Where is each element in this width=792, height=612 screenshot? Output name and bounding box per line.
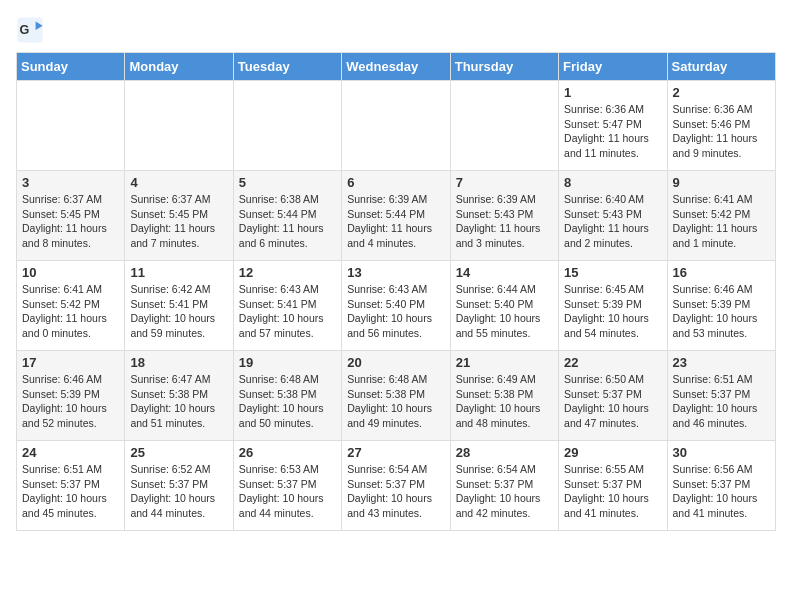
day-info: Sunrise: 6:39 AM Sunset: 5:43 PM Dayligh… [456, 192, 553, 251]
calendar-cell: 13Sunrise: 6:43 AM Sunset: 5:40 PM Dayli… [342, 261, 450, 351]
logo: G [16, 16, 48, 44]
calendar-cell: 8Sunrise: 6:40 AM Sunset: 5:43 PM Daylig… [559, 171, 667, 261]
calendar-cell: 19Sunrise: 6:48 AM Sunset: 5:38 PM Dayli… [233, 351, 341, 441]
day-info: Sunrise: 6:47 AM Sunset: 5:38 PM Dayligh… [130, 372, 227, 431]
day-number: 14 [456, 265, 553, 280]
day-number: 26 [239, 445, 336, 460]
calendar-cell: 6Sunrise: 6:39 AM Sunset: 5:44 PM Daylig… [342, 171, 450, 261]
calendar-cell: 26Sunrise: 6:53 AM Sunset: 5:37 PM Dayli… [233, 441, 341, 531]
day-info: Sunrise: 6:51 AM Sunset: 5:37 PM Dayligh… [22, 462, 119, 521]
calendar-cell: 11Sunrise: 6:42 AM Sunset: 5:41 PM Dayli… [125, 261, 233, 351]
day-info: Sunrise: 6:36 AM Sunset: 5:47 PM Dayligh… [564, 102, 661, 161]
calendar-cell [233, 81, 341, 171]
day-number: 25 [130, 445, 227, 460]
calendar-cell: 17Sunrise: 6:46 AM Sunset: 5:39 PM Dayli… [17, 351, 125, 441]
day-number: 29 [564, 445, 661, 460]
day-number: 17 [22, 355, 119, 370]
day-info: Sunrise: 6:48 AM Sunset: 5:38 PM Dayligh… [239, 372, 336, 431]
calendar-cell: 23Sunrise: 6:51 AM Sunset: 5:37 PM Dayli… [667, 351, 775, 441]
calendar-cell: 1Sunrise: 6:36 AM Sunset: 5:47 PM Daylig… [559, 81, 667, 171]
calendar-cell: 30Sunrise: 6:56 AM Sunset: 5:37 PM Dayli… [667, 441, 775, 531]
day-info: Sunrise: 6:44 AM Sunset: 5:40 PM Dayligh… [456, 282, 553, 341]
day-number: 7 [456, 175, 553, 190]
calendar-cell: 4Sunrise: 6:37 AM Sunset: 5:45 PM Daylig… [125, 171, 233, 261]
day-number: 20 [347, 355, 444, 370]
day-number: 9 [673, 175, 770, 190]
day-info: Sunrise: 6:38 AM Sunset: 5:44 PM Dayligh… [239, 192, 336, 251]
calendar-cell: 27Sunrise: 6:54 AM Sunset: 5:37 PM Dayli… [342, 441, 450, 531]
day-number: 23 [673, 355, 770, 370]
calendar-cell: 12Sunrise: 6:43 AM Sunset: 5:41 PM Dayli… [233, 261, 341, 351]
calendar-cell: 15Sunrise: 6:45 AM Sunset: 5:39 PM Dayli… [559, 261, 667, 351]
day-info: Sunrise: 6:37 AM Sunset: 5:45 PM Dayligh… [130, 192, 227, 251]
header: G [16, 16, 776, 44]
day-number: 6 [347, 175, 444, 190]
calendar-cell: 14Sunrise: 6:44 AM Sunset: 5:40 PM Dayli… [450, 261, 558, 351]
weekday-header-saturday: Saturday [667, 53, 775, 81]
day-number: 10 [22, 265, 119, 280]
calendar-cell: 28Sunrise: 6:54 AM Sunset: 5:37 PM Dayli… [450, 441, 558, 531]
day-number: 12 [239, 265, 336, 280]
calendar-week-row: 3Sunrise: 6:37 AM Sunset: 5:45 PM Daylig… [17, 171, 776, 261]
day-number: 28 [456, 445, 553, 460]
calendar-cell: 3Sunrise: 6:37 AM Sunset: 5:45 PM Daylig… [17, 171, 125, 261]
weekday-header-tuesday: Tuesday [233, 53, 341, 81]
calendar-cell: 2Sunrise: 6:36 AM Sunset: 5:46 PM Daylig… [667, 81, 775, 171]
day-info: Sunrise: 6:48 AM Sunset: 5:38 PM Dayligh… [347, 372, 444, 431]
day-info: Sunrise: 6:40 AM Sunset: 5:43 PM Dayligh… [564, 192, 661, 251]
day-number: 11 [130, 265, 227, 280]
calendar-cell: 21Sunrise: 6:49 AM Sunset: 5:38 PM Dayli… [450, 351, 558, 441]
day-number: 24 [22, 445, 119, 460]
day-info: Sunrise: 6:54 AM Sunset: 5:37 PM Dayligh… [456, 462, 553, 521]
day-info: Sunrise: 6:56 AM Sunset: 5:37 PM Dayligh… [673, 462, 770, 521]
day-info: Sunrise: 6:46 AM Sunset: 5:39 PM Dayligh… [673, 282, 770, 341]
day-number: 4 [130, 175, 227, 190]
calendar-week-row: 17Sunrise: 6:46 AM Sunset: 5:39 PM Dayli… [17, 351, 776, 441]
day-info: Sunrise: 6:39 AM Sunset: 5:44 PM Dayligh… [347, 192, 444, 251]
day-info: Sunrise: 6:45 AM Sunset: 5:39 PM Dayligh… [564, 282, 661, 341]
day-number: 19 [239, 355, 336, 370]
day-info: Sunrise: 6:41 AM Sunset: 5:42 PM Dayligh… [673, 192, 770, 251]
calendar-cell: 10Sunrise: 6:41 AM Sunset: 5:42 PM Dayli… [17, 261, 125, 351]
day-info: Sunrise: 6:42 AM Sunset: 5:41 PM Dayligh… [130, 282, 227, 341]
day-info: Sunrise: 6:43 AM Sunset: 5:40 PM Dayligh… [347, 282, 444, 341]
calendar-cell [125, 81, 233, 171]
calendar-cell: 5Sunrise: 6:38 AM Sunset: 5:44 PM Daylig… [233, 171, 341, 261]
calendar-cell: 7Sunrise: 6:39 AM Sunset: 5:43 PM Daylig… [450, 171, 558, 261]
day-number: 1 [564, 85, 661, 100]
weekday-header-wednesday: Wednesday [342, 53, 450, 81]
weekday-header-row: SundayMondayTuesdayWednesdayThursdayFrid… [17, 53, 776, 81]
day-number: 8 [564, 175, 661, 190]
day-number: 27 [347, 445, 444, 460]
day-info: Sunrise: 6:51 AM Sunset: 5:37 PM Dayligh… [673, 372, 770, 431]
day-info: Sunrise: 6:46 AM Sunset: 5:39 PM Dayligh… [22, 372, 119, 431]
svg-text:G: G [20, 23, 30, 37]
day-number: 13 [347, 265, 444, 280]
calendar-week-row: 24Sunrise: 6:51 AM Sunset: 5:37 PM Dayli… [17, 441, 776, 531]
day-info: Sunrise: 6:41 AM Sunset: 5:42 PM Dayligh… [22, 282, 119, 341]
day-number: 22 [564, 355, 661, 370]
day-number: 2 [673, 85, 770, 100]
calendar-week-row: 10Sunrise: 6:41 AM Sunset: 5:42 PM Dayli… [17, 261, 776, 351]
day-info: Sunrise: 6:50 AM Sunset: 5:37 PM Dayligh… [564, 372, 661, 431]
calendar-cell [17, 81, 125, 171]
calendar-cell: 29Sunrise: 6:55 AM Sunset: 5:37 PM Dayli… [559, 441, 667, 531]
day-info: Sunrise: 6:37 AM Sunset: 5:45 PM Dayligh… [22, 192, 119, 251]
calendar-cell: 16Sunrise: 6:46 AM Sunset: 5:39 PM Dayli… [667, 261, 775, 351]
calendar-cell [342, 81, 450, 171]
day-number: 16 [673, 265, 770, 280]
day-info: Sunrise: 6:49 AM Sunset: 5:38 PM Dayligh… [456, 372, 553, 431]
weekday-header-friday: Friday [559, 53, 667, 81]
logo-icon: G [16, 16, 44, 44]
calendar-cell [450, 81, 558, 171]
calendar-table: SundayMondayTuesdayWednesdayThursdayFrid… [16, 52, 776, 531]
weekday-header-thursday: Thursday [450, 53, 558, 81]
day-number: 5 [239, 175, 336, 190]
day-info: Sunrise: 6:53 AM Sunset: 5:37 PM Dayligh… [239, 462, 336, 521]
day-number: 30 [673, 445, 770, 460]
day-number: 21 [456, 355, 553, 370]
calendar-cell: 18Sunrise: 6:47 AM Sunset: 5:38 PM Dayli… [125, 351, 233, 441]
weekday-header-sunday: Sunday [17, 53, 125, 81]
day-number: 15 [564, 265, 661, 280]
day-info: Sunrise: 6:43 AM Sunset: 5:41 PM Dayligh… [239, 282, 336, 341]
